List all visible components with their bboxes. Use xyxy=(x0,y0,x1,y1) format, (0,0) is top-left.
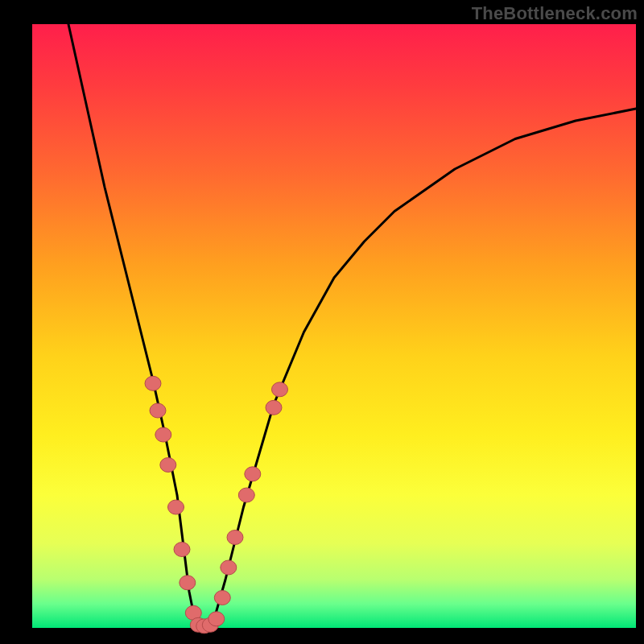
marker-right xyxy=(238,488,254,502)
marker-left xyxy=(160,458,176,473)
curve-path xyxy=(68,24,636,628)
marker-left xyxy=(150,403,166,418)
marker-left xyxy=(174,543,190,557)
marker-left xyxy=(145,376,161,390)
marker-left xyxy=(180,576,196,590)
chart-svg xyxy=(32,24,636,628)
marker-bottom xyxy=(208,612,225,626)
marker-right xyxy=(227,530,243,545)
chart-frame: TheBottleneck.com xyxy=(0,0,644,644)
bottleneck-curve xyxy=(68,24,636,628)
marker-right xyxy=(245,467,261,481)
plot-area xyxy=(32,24,636,628)
data-markers xyxy=(145,376,288,634)
marker-left xyxy=(168,500,184,514)
marker-right xyxy=(266,400,282,415)
marker-right xyxy=(214,591,230,605)
marker-left xyxy=(155,427,171,442)
watermark-label: TheBottleneck.com xyxy=(472,3,638,24)
marker-right xyxy=(272,382,288,397)
marker-right xyxy=(221,560,237,575)
